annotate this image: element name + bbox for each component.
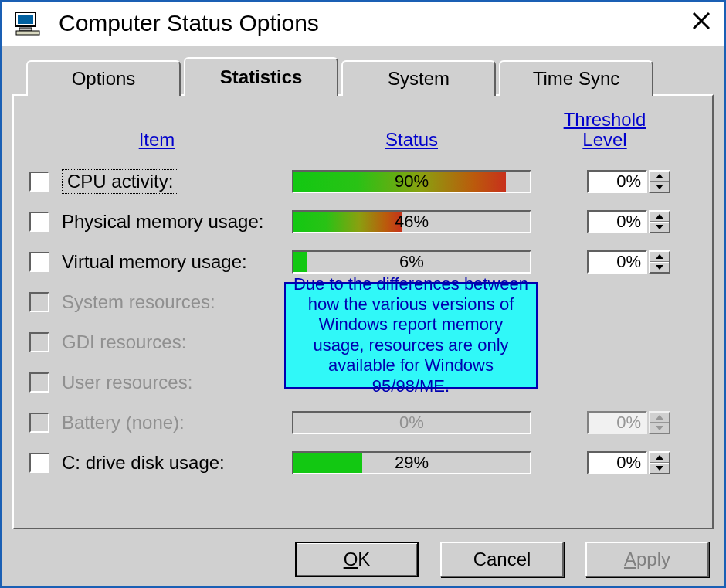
computer-status-options-dialog: Computer Status Options Options Statisti… (0, 0, 726, 588)
label-virtmem: Virtual memory usage: (62, 251, 247, 273)
tab-statistics[interactable]: Statistics (184, 57, 338, 96)
label-cdrive: C: drive disk usage: (62, 452, 225, 474)
checkbox-cdrive[interactable] (29, 453, 49, 473)
spinner-down-icon[interactable] (650, 262, 669, 272)
col-header-threshold[interactable]: Threshold Level (539, 110, 670, 151)
label-gdires: GDI resources: (62, 331, 186, 353)
spinner-down-icon (650, 423, 669, 433)
close-button[interactable] (689, 11, 714, 36)
spinner-up-icon[interactable] (650, 172, 669, 182)
col-header-item[interactable]: Item (29, 129, 284, 151)
label-physmem: Physical memory usage: (62, 211, 263, 233)
svg-rect-3 (16, 31, 39, 35)
stat-row-physmem: Physical memory usage: 46% 0% (29, 202, 697, 242)
progress-physmem: 46% (292, 210, 531, 233)
window-title: Computer Status Options (59, 10, 689, 36)
dialog-buttons: OK Cancel Apply (12, 529, 714, 577)
tab-options[interactable]: Options (26, 60, 181, 96)
spinner-up-icon[interactable] (650, 453, 669, 463)
checkbox-virtmem[interactable] (29, 252, 49, 272)
checkbox-userres (29, 372, 49, 393)
stat-row-cpu: CPU activity: 90% 0% (29, 161, 697, 202)
computer-icon (12, 8, 43, 39)
checkbox-gdires (29, 332, 49, 352)
label-sysres: System resources: (62, 291, 215, 313)
tab-time-sync[interactable]: Time Sync (499, 60, 653, 96)
cancel-button[interactable]: Cancel (440, 542, 564, 577)
progress-cpu: 90% (292, 170, 531, 193)
svg-rect-1 (18, 15, 33, 24)
spinner-down-icon[interactable] (650, 182, 669, 192)
label-cpu: CPU activity: (62, 169, 178, 194)
tab-panel-statistics: Item Status Threshold Level CPU activity… (12, 94, 714, 529)
col-header-status[interactable]: Status (284, 129, 539, 151)
threshold-input-physmem[interactable]: 0% (587, 210, 647, 233)
spinner-up-icon[interactable] (650, 212, 669, 222)
checkbox-physmem[interactable] (29, 212, 49, 232)
spinner-down-icon[interactable] (650, 222, 669, 232)
checkbox-cpu[interactable] (29, 172, 49, 192)
threshold-spinner-cpu[interactable] (649, 170, 670, 193)
stat-rows: CPU activity: 90% 0% (29, 161, 697, 483)
titlebar: Computer Status Options (2, 2, 724, 46)
label-userres: User resources: (62, 372, 192, 393)
threshold-spinner-virtmem[interactable] (649, 250, 670, 274)
checkbox-battery (29, 413, 49, 433)
info-tooltip: Due to the differences between how the v… (284, 282, 538, 389)
apply-button: Apply (585, 542, 709, 577)
threshold-input-battery: 0% (587, 411, 647, 434)
checkbox-sysres (29, 292, 49, 312)
threshold-input-cdrive[interactable]: 0% (587, 451, 647, 474)
threshold-spinner-physmem[interactable] (649, 210, 670, 233)
progress-battery: 0% (292, 411, 531, 434)
ok-button[interactable]: OK (295, 542, 419, 577)
svg-rect-2 (19, 28, 32, 31)
spinner-down-icon[interactable] (650, 463, 669, 473)
threshold-spinner-cdrive[interactable] (649, 451, 670, 474)
stat-row-cdrive: C: drive disk usage: 29% 0% (29, 443, 697, 483)
label-battery: Battery (none): (62, 412, 185, 433)
threshold-input-virtmem[interactable]: 0% (587, 250, 647, 274)
threshold-input-cpu[interactable]: 0% (587, 170, 647, 193)
client-area: Options Statistics System Time Sync Item… (2, 46, 724, 586)
progress-virtmem: 6% (292, 250, 531, 274)
stat-row-battery: Battery (none): 0% 0% (29, 403, 697, 443)
threshold-spinner-battery (649, 411, 670, 434)
tab-system[interactable]: System (341, 60, 496, 96)
spinner-up-icon (650, 413, 669, 423)
progress-cdrive: 29% (292, 451, 531, 474)
tab-row: Options Statistics System Time Sync (12, 60, 714, 96)
spinner-up-icon[interactable] (650, 252, 669, 262)
column-headers: Item Status Threshold Level (29, 110, 697, 151)
